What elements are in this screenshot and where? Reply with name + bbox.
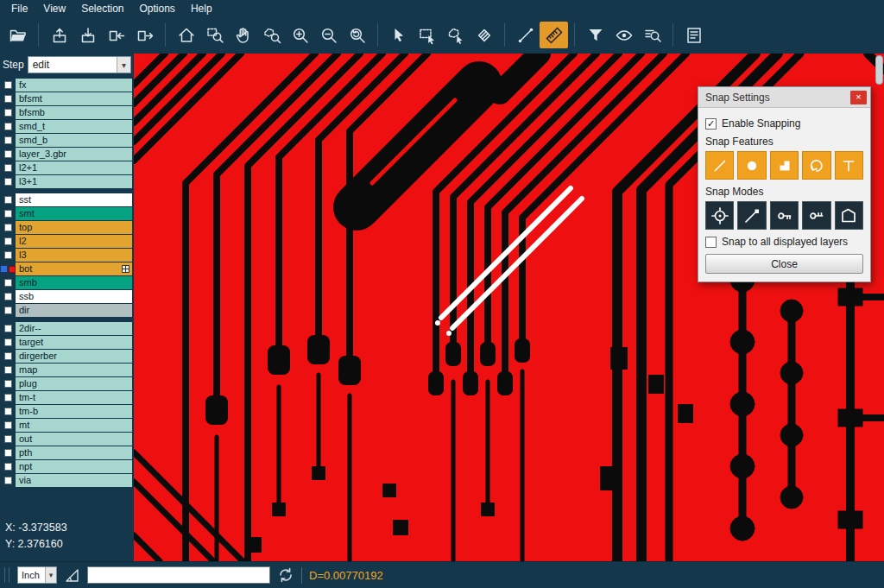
layer-row[interactable]: smd_t (0, 120, 134, 133)
layer-visibility-checkbox[interactable] (4, 123, 12, 130)
layer-name[interactable]: tm-b (16, 405, 132, 418)
layer-visibility-checkbox[interactable] (4, 421, 12, 429)
zoom-in-icon[interactable] (286, 22, 314, 48)
layer-visibility-checkbox[interactable] (4, 224, 12, 231)
enable-snapping-checkbox[interactable]: ✓ (705, 118, 717, 130)
layer-visibility-checkbox[interactable] (4, 196, 12, 204)
snap-all-layers-checkbox[interactable]: ✓ (705, 237, 717, 248)
layer-visibility-checkbox[interactable] (4, 352, 12, 360)
layer-row[interactable]: dir (0, 304, 134, 317)
layer-row[interactable]: map (0, 364, 134, 376)
layer-name[interactable]: 2dir-- (16, 322, 132, 335)
layer-visibility-checkbox[interactable] (4, 210, 12, 218)
layer-visibility-checkbox[interactable] (0, 265, 8, 273)
vertical-scrollbar-thumb[interactable] (875, 55, 883, 85)
layer-row[interactable]: tm-t (0, 391, 134, 404)
layer-row[interactable]: l3 (0, 249, 134, 262)
refresh-icon[interactable] (277, 566, 294, 584)
snap-outline-button[interactable] (835, 201, 863, 230)
select-polygon-icon[interactable] (441, 22, 470, 48)
layer-visibility-checkbox[interactable] (4, 394, 12, 401)
report-icon[interactable] (679, 22, 708, 48)
layer-name[interactable]: dir (16, 304, 132, 317)
layer-visibility-checkbox[interactable] (4, 178, 12, 186)
layer-row[interactable]: npt (0, 460, 134, 473)
layer-name[interactable]: sst (16, 193, 132, 206)
layer-name[interactable]: plug (16, 377, 132, 390)
layer-name[interactable]: smb (16, 276, 132, 289)
layer-name[interactable]: l2+1 (16, 161, 132, 174)
import-down-icon[interactable] (73, 22, 102, 48)
layer-visibility-checkbox[interactable] (4, 463, 12, 471)
layer-name[interactable]: npt (16, 460, 132, 473)
command-input[interactable] (87, 566, 270, 584)
layer-row[interactable]: via (0, 474, 134, 487)
layer-name[interactable]: via (16, 474, 132, 487)
layer-visibility-checkbox[interactable] (4, 307, 12, 314)
select-cursor-icon[interactable] (384, 22, 413, 48)
layer-row[interactable]: top (0, 221, 134, 234)
import-left-icon[interactable] (102, 22, 130, 48)
export-up-icon[interactable] (45, 22, 73, 48)
unit-select[interactable]: Inch ▾ (17, 566, 57, 584)
home-icon[interactable] (172, 22, 200, 48)
snap-line-button[interactable] (705, 151, 734, 180)
layer-visibility-checkbox[interactable] (4, 325, 12, 332)
search-text-icon[interactable] (638, 22, 666, 48)
snap-point-button[interactable] (737, 201, 766, 230)
layer-visibility-checkbox[interactable] (4, 449, 12, 457)
layer-row[interactable]: out (0, 433, 134, 446)
close-icon[interactable]: × (850, 91, 867, 104)
layer-visibility-checkbox[interactable] (4, 251, 12, 259)
layer-name[interactable]: pth (16, 446, 132, 459)
layer-row[interactable]: plug (0, 377, 134, 390)
layer-row[interactable]: smb (0, 276, 134, 289)
layer-name[interactable]: l3 (16, 249, 132, 262)
layer-visibility-checkbox[interactable] (4, 435, 12, 443)
layer-row[interactable]: l2 (0, 235, 134, 248)
menu-item-options[interactable]: Options (132, 2, 183, 16)
layer-name[interactable]: smt (16, 207, 132, 220)
step-select[interactable]: edit ▾ (28, 56, 131, 73)
layer-name[interactable]: l2 (16, 235, 132, 248)
export-right-icon[interactable] (130, 22, 159, 48)
open-folder-icon[interactable] (3, 22, 32, 48)
layer-name[interactable]: fx (16, 79, 132, 92)
close-button[interactable]: Close (705, 254, 863, 274)
zoom-polygon-icon[interactable] (257, 22, 286, 48)
layer-name[interactable]: target (16, 336, 132, 349)
layer-row[interactable]: pth (0, 446, 134, 459)
layer-visibility-checkbox[interactable] (4, 279, 12, 287)
zoom-out-icon[interactable] (314, 22, 343, 48)
zoom-window-icon[interactable] (200, 22, 229, 48)
layer-name[interactable]: bfsmb (16, 106, 132, 119)
layer-row[interactable]: fx (0, 79, 134, 92)
layer-name[interactable]: layer_3.gbr (16, 148, 132, 161)
layer-name[interactable]: tm-t (16, 391, 132, 404)
layer-row[interactable]: 2dir-- (0, 322, 134, 335)
layer-visibility-checkbox[interactable] (4, 408, 12, 415)
snap-corner-button[interactable] (770, 151, 799, 180)
layer-row[interactable]: sst (0, 193, 134, 206)
angle-measure-icon[interactable] (64, 567, 80, 584)
layer-name[interactable]: top (16, 221, 132, 234)
menu-item-file[interactable]: File (3, 2, 35, 16)
layer-name[interactable]: bot (16, 262, 132, 275)
chevron-down-icon[interactable]: ▾ (45, 567, 56, 583)
gerber-viewport[interactable]: Snap Settings × ✓ Enable Snapping Snap F… (134, 54, 884, 561)
layer-visibility-checkbox[interactable] (4, 136, 12, 144)
layer-visibility-checkbox[interactable] (4, 237, 12, 245)
layer-row[interactable]: bfsmt (0, 92, 134, 105)
layer-visibility-checkbox[interactable] (4, 81, 12, 89)
menu-item-view[interactable]: View (35, 2, 73, 16)
layer-row[interactable]: dirgerber (0, 350, 134, 363)
pan-hand-icon[interactable] (229, 22, 257, 48)
layer-name[interactable]: l3+1 (16, 175, 132, 188)
layer-name[interactable]: out (16, 433, 132, 446)
layer-visibility-checkbox[interactable] (4, 150, 12, 158)
layer-row[interactable]: l3+1 (0, 175, 134, 188)
visibility-eye-icon[interactable] (609, 22, 638, 48)
layer-row[interactable]: ssb (0, 290, 134, 303)
layer-visibility-checkbox[interactable] (4, 293, 12, 300)
chevron-down-icon[interactable]: ▾ (117, 57, 130, 73)
